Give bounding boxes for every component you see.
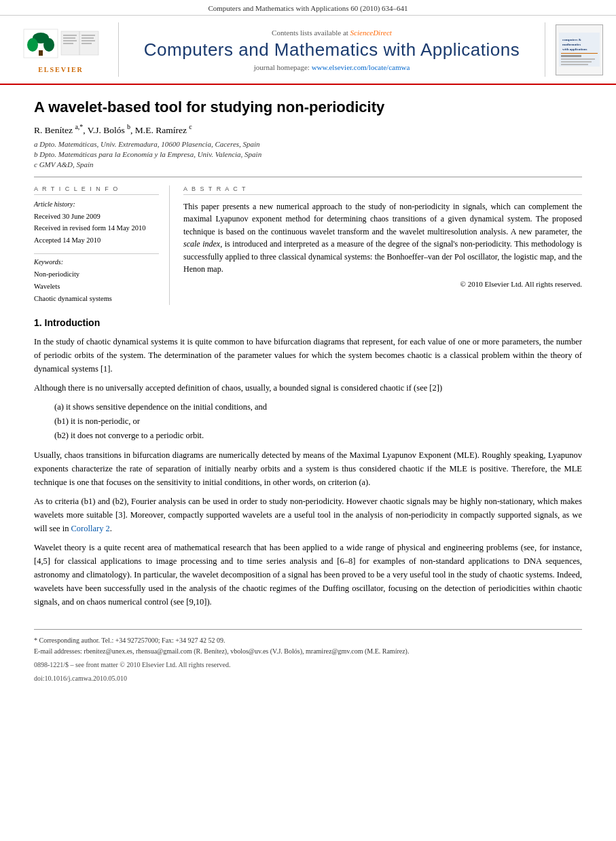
svg-rect-4	[39, 50, 43, 56]
homepage-line: journal homepage: www.elsevier.com/locat…	[129, 63, 535, 71]
journal-thumbnail: computers & mathematics with application…	[556, 24, 603, 75]
affiliation-c: c GMV A&D, Spain	[34, 160, 582, 168]
intro-list: (a) it shows sensitive dependence on the…	[54, 400, 582, 444]
journal-thumbnail-area: computers & mathematics with application…	[545, 22, 602, 77]
keyword-1: Non-periodicity	[34, 268, 159, 281]
info-abstract-cols: A R T I C L E I N F O Article history: R…	[34, 185, 582, 305]
journal-header: ELSEVIER Contents lists available at Sci…	[0, 16, 616, 85]
journal-title-area: Contents lists available at ScienceDirec…	[129, 29, 535, 71]
accepted-date: Accepted 14 May 2010	[34, 236, 101, 244]
svg-point-2	[27, 38, 38, 52]
elsevier-logo-icon	[20, 26, 102, 63]
article-info-label: A R T I C L E I N F O	[34, 185, 159, 195]
journal-name: Computers and Mathematics with Applicati…	[129, 39, 535, 60]
footnotes: * Corresponding author. Tel.: +34 927257…	[34, 629, 582, 684]
svg-rect-12	[81, 37, 94, 39]
svg-rect-22	[561, 61, 592, 62]
keyword-3: Chaotic dynamical systems	[34, 293, 159, 305]
content-area: A wavelet-based tool for studying non-pe…	[0, 85, 616, 698]
corresponding-author: * Corresponding author. Tel.: +34 927257…	[34, 635, 582, 646]
intro-para1: In the study of chaotic dynamical system…	[34, 335, 582, 376]
abstract-label: A B S T R A C T	[183, 185, 582, 195]
header-divider	[34, 177, 582, 177]
svg-rect-9	[63, 40, 77, 41]
issn-line: 0898-1221/$ – see front matter © 2010 El…	[34, 660, 582, 670]
corollary-link[interactable]: Corollary 2	[71, 524, 110, 533]
svg-rect-21	[561, 58, 595, 60]
publisher-logo-area: ELSEVIER	[14, 22, 119, 77]
abstract-text: This paper presents a new numerical appr…	[183, 200, 582, 276]
elsevier-text: ELSEVIER	[38, 66, 84, 73]
svg-rect-13	[81, 40, 95, 41]
list-item-b1: (b1) it is non-periodic, or	[54, 414, 582, 429]
svg-text:computers &: computers &	[562, 38, 581, 41]
list-item-b2: (b2) it does not converge to a periodic …	[54, 429, 582, 443]
received-date: Received 30 June 2009	[34, 213, 101, 220]
svg-rect-11	[81, 35, 95, 36]
homepage-label: journal homepage:	[254, 63, 310, 71]
introduction-section: 1. Introduction In the study of chaotic …	[34, 317, 582, 609]
svg-rect-8	[63, 37, 75, 39]
history-label: Article history:	[34, 200, 159, 208]
section-1-heading: 1. Introduction	[34, 317, 582, 328]
intro-para5: Wavelet theory is a quite recent area of…	[34, 541, 582, 609]
intro-para3: Usually, chaos transitions in bifurcatio…	[34, 448, 582, 489]
journal-citation: Computers and Mathematics with Applicati…	[0, 0, 616, 16]
intro-para2: Although there is no universally accepte…	[34, 381, 582, 395]
revised-date: Received in revised form 14 May 2010	[34, 224, 145, 232]
svg-rect-14	[81, 43, 92, 44]
citation-text: Computers and Mathematics with Applicati…	[208, 4, 407, 12]
keywords-list: Non-periodicity Wavelets Chaotic dynamic…	[34, 268, 159, 305]
keywords-label: Keywords:	[34, 253, 159, 266]
paper-title: A wavelet-based tool for studying non-pe…	[34, 99, 582, 116]
intro-para4: As to criteria (b1) and (b2), Fourier an…	[34, 495, 582, 535]
affiliation-a: a Dpto. Matemáticas, Univ. Extremadura, …	[34, 140, 582, 148]
svg-rect-20	[561, 55, 581, 57]
svg-rect-10	[63, 43, 73, 44]
keyword-2: Wavelets	[34, 281, 159, 293]
abstract-col: A B S T R A C T This paper presents a ne…	[183, 185, 582, 305]
svg-rect-19	[561, 53, 598, 54]
thumbnail-image-icon: computers & mathematics with application…	[559, 33, 600, 67]
svg-text:with applications: with applications	[562, 48, 587, 51]
sciencedirect-link[interactable]: ScienceDirect	[350, 29, 392, 37]
copyright-line: © 2010 Elsevier Ltd. All rights reserved…	[183, 280, 582, 288]
article-info-col: A R T I C L E I N F O Article history: R…	[34, 185, 170, 305]
authors-line: R. Benítez a,*, V.J. Bolós b, M.E. Ramír…	[34, 123, 582, 136]
article-dates: Received 30 June 2009 Received in revise…	[34, 211, 159, 247]
svg-rect-23	[561, 64, 588, 65]
doi-line: doi:10.1016/j.camwa.2010.05.010	[34, 673, 582, 684]
svg-text:mathematics: mathematics	[562, 43, 581, 46]
sciencedirect-line: Contents lists available at ScienceDirec…	[129, 29, 535, 37]
affiliation-b: b Dpto. Matemáticas para la Economía y l…	[34, 150, 582, 158]
sciencedirect-label: Contents lists available at	[272, 29, 348, 37]
svg-rect-7	[63, 35, 77, 36]
email-footnote: E-mail addresses: rbenitez@unex.es, rhen…	[34, 646, 582, 657]
homepage-link[interactable]: www.elsevier.com/locate/camwa	[312, 63, 410, 71]
svg-point-3	[43, 38, 54, 52]
list-item-a: (a) it shows sensitive dependence on the…	[54, 400, 582, 414]
